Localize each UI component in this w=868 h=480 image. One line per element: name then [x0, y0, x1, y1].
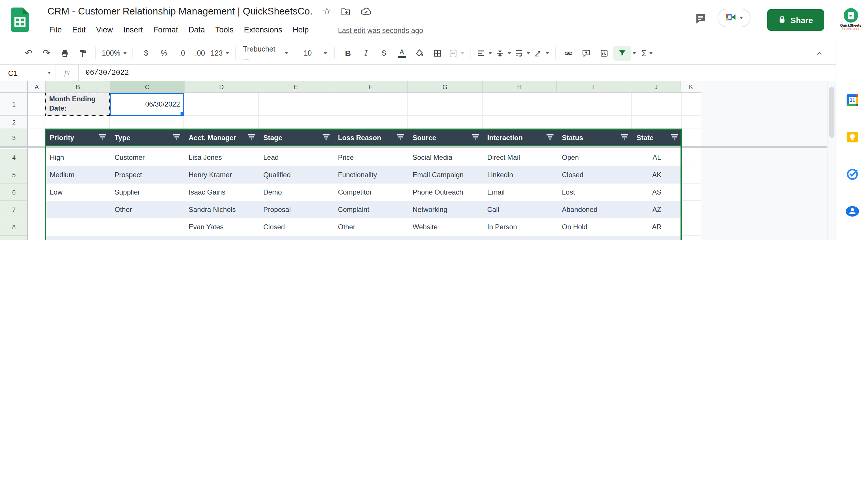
cell-K9[interactable]	[682, 236, 701, 240]
select-all-corner[interactable]	[0, 81, 28, 93]
column-filter-icon[interactable]	[248, 134, 255, 142]
cell-F1[interactable]	[333, 93, 408, 116]
row-header-2[interactable]: 2	[0, 116, 28, 129]
cell-A2[interactable]	[28, 116, 45, 129]
cell-B1-month-ending-label[interactable]: Month Ending Date:	[45, 93, 110, 116]
cell-F5[interactable]: Functionality	[333, 166, 408, 184]
cell-E5[interactable]: Qualified	[259, 166, 333, 184]
vertical-scrollbar[interactable]: ▲ ▼	[827, 81, 836, 240]
cell-G2[interactable]	[408, 116, 483, 129]
column-header-H[interactable]: H	[482, 81, 557, 93]
frozen-rows-divider[interactable]	[0, 146, 827, 148]
format-currency-button[interactable]: $	[137, 46, 155, 61]
calendar-icon[interactable]: 31	[844, 93, 860, 108]
table-header-priority[interactable]: Priority	[45, 129, 110, 147]
cell-A5[interactable]	[28, 166, 45, 184]
row-header-9[interactable]: 9	[0, 236, 28, 240]
paint-format-icon[interactable]	[73, 46, 91, 61]
column-header-F[interactable]: F	[334, 81, 408, 93]
tasks-icon[interactable]	[844, 167, 860, 182]
menu-item-format[interactable]: Format	[148, 23, 183, 36]
table-header-stage[interactable]: Stage	[259, 129, 333, 147]
collapse-toolbar-icon[interactable]	[811, 45, 828, 61]
cell-B5[interactable]: Medium	[45, 166, 110, 184]
cell-C8[interactable]	[110, 218, 184, 236]
filter-icon[interactable]	[613, 46, 631, 61]
cell-B7[interactable]	[45, 201, 110, 218]
column-filter-icon[interactable]	[99, 134, 106, 142]
cell-B9[interactable]	[45, 236, 110, 240]
insert-chart-icon[interactable]	[595, 46, 613, 61]
italic-button[interactable]: I	[357, 46, 375, 61]
cell-C4[interactable]: Customer	[110, 149, 184, 166]
row-header-4[interactable]: 4	[0, 149, 28, 166]
insert-link-icon[interactable]	[560, 46, 578, 61]
cell-I5[interactable]: Closed	[557, 166, 632, 184]
table-header-status[interactable]: Status	[557, 129, 632, 147]
cell-J5[interactable]: AK	[632, 166, 682, 184]
cell-J7[interactable]: AZ	[632, 201, 682, 218]
cell-G4[interactable]: Social Media	[408, 149, 483, 166]
cell-H6[interactable]: Email	[483, 184, 557, 201]
cell-J4[interactable]: AL	[632, 149, 682, 166]
column-header-G[interactable]: G	[408, 81, 482, 93]
cell-K1[interactable]	[682, 93, 701, 116]
cell-D8[interactable]: Evan Yates	[184, 218, 259, 236]
cell-I9[interactable]	[557, 236, 632, 240]
vertical-scrollbar-thumb[interactable]	[829, 87, 834, 138]
cell-C7[interactable]: Other	[110, 201, 184, 218]
cell-G8[interactable]: Website	[408, 218, 483, 236]
doc-title[interactable]: CRM - Customer Relationship Management |…	[48, 6, 312, 17]
table-header-interaction[interactable]: Interaction	[483, 129, 557, 147]
cell-J1[interactable]	[632, 93, 682, 116]
table-header-acct-manager[interactable]: Acct. Manager	[184, 129, 259, 147]
cell-D6[interactable]: Isaac Gains	[184, 184, 259, 201]
meet-button[interactable]	[717, 9, 750, 27]
cell-A4[interactable]	[28, 149, 45, 166]
cell-G9[interactable]	[408, 236, 483, 240]
font-size-select[interactable]: 10	[300, 46, 331, 61]
insert-comment-icon[interactable]	[578, 46, 595, 61]
column-filter-icon[interactable]	[472, 134, 479, 142]
cell-I1[interactable]	[557, 93, 632, 116]
fill-handle[interactable]	[180, 112, 184, 116]
cell-E2[interactable]	[259, 116, 333, 129]
cell-F6[interactable]: Competitor	[333, 184, 408, 201]
zoom-select[interactable]: 100%	[100, 46, 128, 61]
table-header-state[interactable]: State	[632, 129, 682, 147]
cell-E7[interactable]: Proposal	[259, 201, 333, 218]
menu-item-help[interactable]: Help	[287, 23, 314, 36]
cell-F7[interactable]: Complaint	[333, 201, 408, 218]
cell-J2[interactable]	[632, 116, 682, 129]
table-header-type[interactable]: Type	[110, 129, 184, 147]
cell-D9[interactable]	[184, 236, 259, 240]
cell-A6[interactable]	[28, 184, 45, 201]
column-header-I[interactable]: I	[557, 81, 631, 93]
cell-E4[interactable]: Lead	[259, 149, 333, 166]
keep-icon[interactable]	[844, 130, 860, 145]
cell-H5[interactable]: Linkedin	[483, 166, 557, 184]
cell-K3[interactable]	[682, 129, 701, 147]
cell-F4[interactable]: Price	[333, 149, 408, 166]
borders-icon[interactable]	[429, 46, 447, 61]
cell-D5[interactable]: Henry Kramer	[184, 166, 259, 184]
row-header-6[interactable]: 6	[0, 184, 28, 201]
column-filter-icon[interactable]	[621, 134, 628, 142]
menu-item-insert[interactable]: Insert	[118, 23, 148, 36]
column-header-A[interactable]: A	[28, 81, 46, 93]
cell-D2[interactable]	[184, 116, 259, 129]
cell-D7[interactable]: Sandra Nichols	[184, 201, 259, 218]
strikethrough-button[interactable]: S	[375, 46, 393, 61]
cell-I4[interactable]: Open	[557, 149, 632, 166]
menu-item-edit[interactable]: Edit	[67, 23, 91, 36]
redo-icon[interactable]: ↷	[38, 46, 56, 61]
row-header-5[interactable]: 5	[0, 166, 28, 184]
cell-I6[interactable]: Lost	[557, 184, 632, 201]
horizontal-align-icon[interactable]	[474, 46, 494, 61]
table-header-source[interactable]: Source	[408, 129, 483, 147]
column-header-E[interactable]: E	[259, 81, 333, 93]
cell-D4[interactable]: Lisa Jones	[184, 149, 259, 166]
fill-color-icon[interactable]	[411, 46, 429, 61]
menu-item-tools[interactable]: Tools	[210, 23, 239, 36]
cell-E8[interactable]: Closed	[259, 218, 333, 236]
